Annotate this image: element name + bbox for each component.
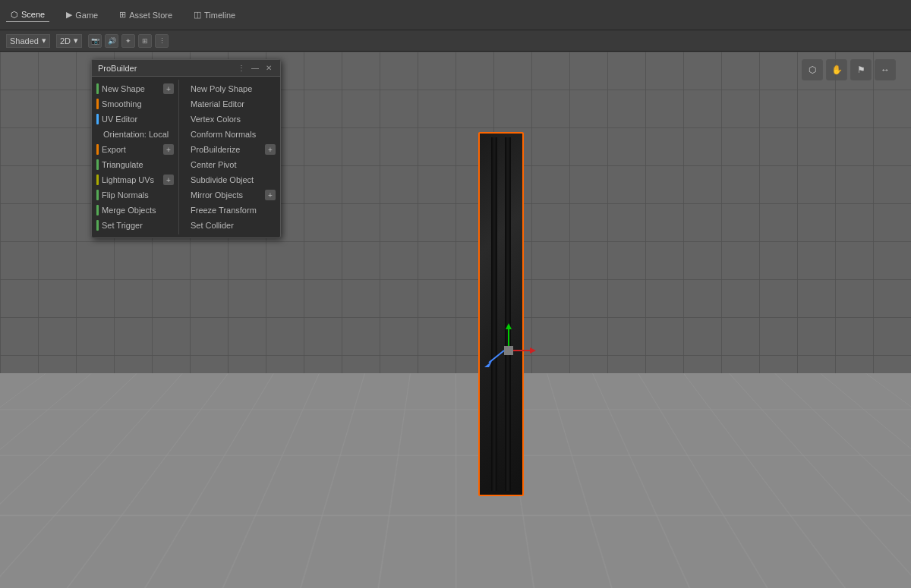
subdivide-object-label: Subdivide Object (191, 175, 254, 184)
shading-label: Shaded (10, 36, 39, 46)
panel-item-orientation[interactable]: Orientation: Local (92, 127, 178, 142)
viewport-toolbar-icons: 📷 🔊 ✦ ⊞ ⋮ (88, 34, 169, 48)
chevron-down-icon: ▾ (42, 36, 46, 46)
tab-scene-label: Scene (21, 10, 45, 19)
viewport-3d[interactable]: ⬡ ✋ ⚑ ↔ (0, 52, 911, 588)
triangulate-label: Triangulate (102, 160, 143, 169)
game-icon: ▶ (66, 10, 72, 20)
groove-right (505, 137, 511, 491)
uv-editor-label: UV Editor (102, 115, 137, 124)
tab-game-label: Game (75, 11, 98, 20)
panel-item-set-collider[interactable]: Set Collider (179, 218, 280, 233)
mode-label: 2D (60, 36, 71, 46)
material-editor-label: Material Editor (191, 99, 244, 108)
panel-item-lightmap-uvs[interactable]: Lightmap UVs + (92, 172, 178, 187)
svg-rect-0 (504, 346, 513, 355)
panel-item-set-trigger[interactable]: Set Trigger (92, 218, 178, 233)
svg-marker-4 (530, 347, 536, 354)
probuilderize-label: ProBuilderize (191, 145, 240, 154)
new-shape-label: New Shape (102, 84, 145, 93)
top-toolbar: ⬡ Scene ▶ Game ⊞ Asset Store ◫ Timeline (0, 0, 911, 30)
panel-more-btn[interactable]: ⋮ (236, 63, 247, 74)
export-label: Export (102, 145, 126, 154)
audio-icon-btn[interactable]: 🔊 (105, 34, 118, 48)
asset-store-icon: ⊞ (119, 10, 126, 20)
rotate-btn[interactable]: ⚑ (850, 59, 872, 80)
object-body (478, 132, 524, 496)
settings-icon-btn[interactable]: ⋮ (155, 34, 169, 48)
header-controls: ⋮ — ✕ (236, 63, 274, 74)
tab-asset-store-label: Asset Store (129, 11, 172, 20)
mirror-objects-label: Mirror Objects (191, 190, 243, 200)
panel-item-export[interactable]: Export + (92, 142, 178, 157)
lightmap-plus[interactable]: + (163, 175, 174, 185)
merge-objects-label: Merge Objects (102, 206, 156, 215)
panel-right-column: New Poly Shape Material Editor Vertex Co… (179, 80, 280, 234)
panel-item-new-poly-shape[interactable]: New Poly Shape (179, 81, 280, 96)
mode-dropdown[interactable]: 2D ▾ (56, 34, 82, 48)
floor-grid (0, 373, 911, 588)
scene-icon: ⬡ (11, 10, 18, 20)
set-collider-label: Set Collider (191, 221, 234, 230)
svg-line-5 (489, 351, 504, 363)
lightmap-uvs-label: Lightmap UVs (102, 175, 154, 184)
shading-dropdown[interactable]: Shaded ▾ (6, 34, 50, 48)
panel-item-probuilderize[interactable]: ProBuilderize + (179, 142, 280, 157)
effects-icon-btn[interactable]: ✦ (121, 34, 135, 48)
new-shape-plus[interactable]: + (163, 83, 174, 94)
second-toolbar: Shaded ▾ 2D ▾ 📷 🔊 ✦ ⊞ ⋮ (0, 30, 911, 52)
tab-timeline-label: Timeline (204, 11, 235, 20)
probuilderize-plus[interactable]: + (265, 144, 276, 155)
vertex-colors-label: Vertex Colors (191, 115, 241, 124)
panel-item-subdivide-object[interactable]: Subdivide Object (179, 172, 280, 187)
panel-item-smoothing[interactable]: Smoothing (92, 96, 178, 112)
tab-timeline[interactable]: ◫ Timeline (189, 8, 240, 21)
panel-item-flip-normals[interactable]: Flip Normals (92, 187, 178, 203)
tab-asset-store[interactable]: ⊞ Asset Store (115, 8, 177, 21)
set-trigger-label: Set Trigger (102, 221, 143, 230)
grid-icon-btn[interactable]: ⊞ (138, 34, 152, 48)
panel-item-new-shape[interactable]: New Shape + (92, 81, 178, 96)
groove-left (491, 137, 497, 491)
svg-marker-6 (484, 361, 492, 367)
panel-item-conform-normals[interactable]: Conform Normals (179, 127, 280, 142)
gizmo-controls: ⬡ ✋ ⚑ ↔ (802, 59, 896, 80)
panel-item-material-editor[interactable]: Material Editor (179, 96, 280, 112)
freeze-transform-label: Freeze Transform (191, 206, 257, 215)
camera-icon-btn[interactable]: 📷 (88, 34, 102, 48)
smoothing-label: Smoothing (102, 99, 142, 108)
mirror-plus[interactable]: + (265, 190, 276, 200)
panel-item-triangulate[interactable]: Triangulate (92, 157, 178, 172)
flip-normals-label: Flip Normals (102, 190, 149, 200)
probuilder-header[interactable]: ProBuilder ⋮ — ✕ (92, 60, 280, 77)
panel-item-uv-editor[interactable]: UV Editor (92, 112, 178, 127)
chevron-down-icon: ▾ (74, 36, 78, 46)
panel-left-column: New Shape + Smoothing UV Editor Orientat… (92, 80, 179, 234)
tab-game[interactable]: ▶ Game (61, 8, 102, 21)
panel-item-vertex-colors[interactable]: Vertex Colors (179, 112, 280, 127)
panel-item-merge-objects[interactable]: Merge Objects (92, 203, 178, 218)
orientation-label: Orientation: Local (103, 130, 169, 139)
new-poly-shape-label: New Poly Shape (191, 84, 252, 93)
pan-btn[interactable]: ✋ (826, 59, 847, 80)
probuilder-panel: ProBuilder ⋮ — ✕ New Shape + Smoothing U… (91, 59, 281, 238)
svg-marker-2 (506, 323, 512, 329)
transform-gizmo[interactable] (478, 320, 524, 366)
export-plus[interactable]: + (163, 144, 174, 155)
3d-object (471, 132, 531, 496)
panel-item-center-pivot[interactable]: Center Pivot (179, 157, 280, 172)
view-cube-btn[interactable]: ⬡ (802, 59, 823, 80)
conform-normals-label: Conform Normals (191, 130, 256, 139)
center-pivot-label: Center Pivot (191, 160, 237, 169)
panel-minimize-btn[interactable]: — (250, 63, 260, 74)
panel-item-freeze-transform[interactable]: Freeze Transform (179, 203, 280, 218)
panel-close-btn[interactable]: ✕ (263, 63, 274, 74)
probuilder-title: ProBuilder (98, 64, 137, 73)
probuilder-body: New Shape + Smoothing UV Editor Orientat… (92, 77, 280, 237)
timeline-icon: ◫ (194, 10, 201, 20)
panel-item-mirror-objects[interactable]: Mirror Objects + (179, 187, 280, 203)
move-btn[interactable]: ↔ (875, 59, 896, 80)
tab-scene[interactable]: ⬡ Scene (6, 8, 49, 22)
